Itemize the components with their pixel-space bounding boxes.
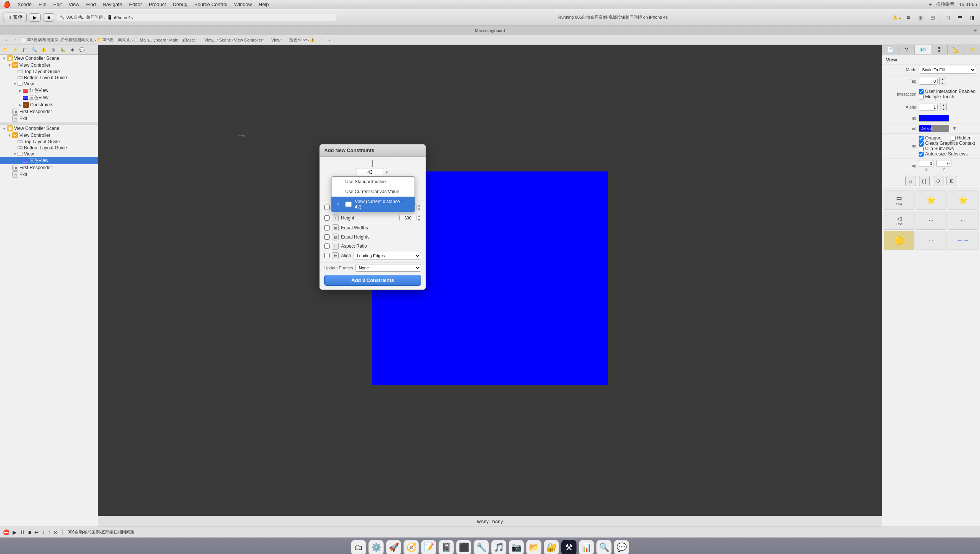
- dock-notes[interactable]: 📝: [421, 540, 436, 554]
- menu-product[interactable]: Product: [149, 2, 166, 7]
- menu-source-control[interactable]: Source Control: [194, 2, 227, 7]
- plus-icon[interactable]: +: [929, 2, 932, 7]
- insp-icon-4[interactable]: ⊞: [946, 176, 957, 186]
- height-down[interactable]: ▼: [417, 218, 421, 222]
- step-over[interactable]: ↩: [34, 529, 39, 535]
- background-color-swatch[interactable]: [919, 115, 949, 122]
- clears-graphics-checkbox[interactable]: [919, 141, 924, 146]
- tint-color-swatch[interactable]: Default: [919, 125, 949, 132]
- vc2-arrow[interactable]: [7, 133, 12, 138]
- bc-item-blue-view[interactable]: ⬜ 蓝色View: [283, 37, 307, 43]
- dock-xcode[interactable]: ⚒: [561, 540, 576, 554]
- vc1-item[interactable]: VC View Controller: [0, 62, 98, 69]
- tag-decrement[interactable]: ▼: [940, 81, 946, 85]
- obj-cell-2[interactable]: ⭐: [916, 191, 946, 210]
- menu-view[interactable]: View: [69, 2, 79, 7]
- obj-cell-6[interactable]: ←: [948, 211, 978, 230]
- help-inspector-tab[interactable]: ?: [898, 45, 915, 54]
- bc-item-project[interactable]: 📄 006自动布局案例-底部按钮相同间距: [21, 37, 94, 43]
- dock-onenote[interactable]: 📓: [439, 540, 454, 554]
- exit2-item[interactable]: →| Exit: [0, 171, 98, 178]
- menu-debug[interactable]: Debug: [173, 2, 187, 7]
- menu-help[interactable]: Help: [259, 2, 269, 7]
- view2-item[interactable]: View: [0, 151, 98, 157]
- bottom-layout-guide1-item[interactable]: — Bottom Layout Guide: [0, 75, 98, 81]
- dock-music[interactable]: 🎵: [491, 540, 506, 554]
- nav-symbol-icon[interactable]: { }: [21, 46, 29, 54]
- nav-warning-icon[interactable]: ⚠️: [40, 46, 48, 54]
- pause-button[interactable]: ⏸ 暂停: [3, 13, 27, 22]
- scene1-arrow[interactable]: [2, 56, 7, 61]
- red-view-arrow[interactable]: [18, 88, 23, 93]
- pause-icon[interactable]: ⏸: [20, 529, 25, 535]
- tag-increment[interactable]: ▲: [940, 77, 946, 81]
- obj-cell-4[interactable]: ◁ Title: [884, 211, 914, 230]
- view2-arrow[interactable]: [12, 152, 18, 156]
- bc-item-folder[interactable]: 📁 006自…同间距: [97, 37, 131, 43]
- scene2-arrow[interactable]: [2, 126, 7, 131]
- nav-project-icon[interactable]: 📁: [2, 46, 10, 54]
- dock-filezilla[interactable]: 📂: [526, 540, 541, 554]
- user-interaction-checkbox[interactable]: [919, 89, 924, 94]
- alpha-input[interactable]: [919, 104, 938, 110]
- exit1-item[interactable]: →| Exit: [0, 115, 98, 122]
- bc-item-base[interactable]: Main....(Base): [169, 38, 195, 42]
- vc1-arrow[interactable]: [7, 63, 12, 67]
- width-up[interactable]: ▲: [417, 203, 421, 207]
- menu-editor[interactable]: Editor: [129, 2, 142, 7]
- nav-search-icon[interactable]: 🔍: [30, 46, 38, 54]
- equal-widths-checkbox[interactable]: [324, 225, 330, 231]
- menu-file[interactable]: File: [38, 2, 46, 7]
- nav-log-icon[interactable]: 💬: [78, 46, 86, 54]
- inspector-toggle[interactable]: ◨: [967, 13, 977, 22]
- navigator-toggle[interactable]: ◫: [943, 13, 953, 22]
- step-out[interactable]: ↑: [48, 529, 50, 535]
- bc-item-vc[interactable]: View Controller: [234, 38, 262, 42]
- hidden-checkbox[interactable]: [951, 136, 956, 141]
- obj-cell-8[interactable]: ···: [916, 231, 946, 250]
- mode-select[interactable]: Scale To Fill Scale Aspect Fit Scale Asp…: [919, 66, 976, 74]
- top-layout-guide2-item[interactable]: — Top Layout Guide: [0, 139, 98, 145]
- nav-test-icon[interactable]: ◎: [49, 46, 58, 54]
- bc-item-view[interactable]: ⬜ View: [265, 37, 280, 42]
- attributes-inspector-tab[interactable]: 🎛: [931, 45, 948, 54]
- constraints-item[interactable]: T Constraints: [0, 101, 98, 108]
- add-constraints-button[interactable]: Add 3 Constraints: [324, 275, 421, 286]
- top-layout-guide1-item[interactable]: — Top Layout Guide: [0, 69, 98, 75]
- editor-version-button[interactable]: ⊟: [928, 13, 938, 22]
- alpha-decrement[interactable]: ▼: [940, 107, 946, 111]
- bc-arrow-left[interactable]: ‹: [316, 36, 324, 44]
- height-input[interactable]: [399, 215, 416, 221]
- dock-rocket[interactable]: 🚀: [386, 540, 401, 554]
- apple-menu[interactable]: 🍎: [3, 1, 11, 8]
- obj-cell-7[interactable]: 🟡: [884, 231, 914, 250]
- obj-cell-9[interactable]: ←→: [948, 231, 978, 250]
- add-tab-button[interactable]: +: [974, 27, 977, 34]
- breadcrumb-forward[interactable]: ›: [11, 36, 20, 44]
- alpha-increment[interactable]: ▲: [940, 103, 946, 107]
- top-spacing-input[interactable]: [357, 168, 383, 176]
- dock-tools[interactable]: 🔧: [474, 540, 489, 554]
- insp-icon-2[interactable]: { }: [919, 176, 930, 186]
- obj-cell-1[interactable]: ▭ Title: [884, 191, 914, 210]
- bc-arrow-right[interactable]: ›: [325, 36, 333, 44]
- run-icon[interactable]: ▶: [13, 529, 17, 535]
- dock-safari[interactable]: 🧭: [404, 540, 419, 554]
- step-into[interactable]: ↓: [42, 529, 45, 535]
- height-up[interactable]: ▲: [417, 214, 421, 218]
- view1-item[interactable]: View: [0, 81, 98, 87]
- error-icon[interactable]: ⛔: [3, 529, 10, 535]
- dock-chat[interactable]: 💬: [614, 540, 629, 554]
- nav-debug-icon[interactable]: 🐛: [59, 46, 67, 54]
- debug-area-toggle[interactable]: ⬒: [955, 13, 965, 22]
- nav-source-icon[interactable]: ⚡: [11, 46, 19, 54]
- tint-dropdown[interactable]: ▼: [951, 125, 958, 132]
- bottom-layout-guide2-item[interactable]: — Bottom Layout Guide: [0, 145, 98, 151]
- first-responder2-item[interactable]: FR First Responder: [0, 164, 98, 171]
- menu-navigate[interactable]: Navigate: [102, 2, 122, 7]
- height-checkbox[interactable]: [324, 215, 330, 221]
- editor-standard-button[interactable]: ≡: [903, 13, 913, 22]
- dock-finder[interactable]: 🗂: [351, 540, 366, 554]
- first-responder1-item[interactable]: FR First Responder: [0, 108, 98, 115]
- width-checkbox[interactable]: [324, 205, 330, 210]
